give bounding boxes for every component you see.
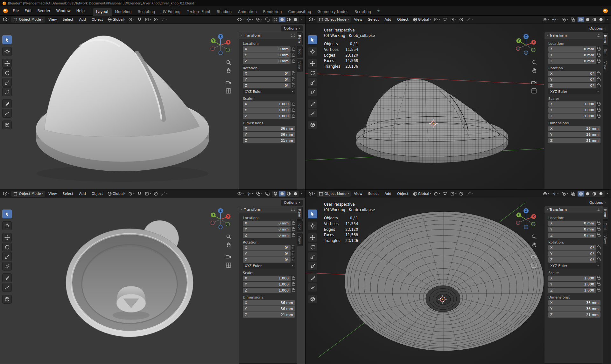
camera-view-button[interactable]	[226, 80, 231, 86]
pivot-point-dropdown[interactable]: ▾	[432, 17, 441, 23]
lock-icon[interactable]	[598, 60, 600, 63]
snapping-dropdown[interactable]: ▾	[449, 17, 458, 23]
shading-dropdown[interactable]: ▾	[606, 18, 609, 21]
rotation-mode-dropdown[interactable]: XYZ Euler▾	[243, 263, 295, 269]
menubar-menu[interactable]: Render	[35, 8, 53, 14]
transform-tool[interactable]	[2, 87, 12, 96]
object-menu[interactable]: Object	[89, 191, 106, 196]
lock-icon[interactable]	[598, 222, 600, 225]
lock-icon[interactable]	[598, 109, 600, 112]
add-cube-tool[interactable]	[2, 120, 12, 129]
menubar-menu[interactable]: File	[10, 8, 22, 14]
scale-tool[interactable]	[308, 78, 317, 87]
view-menu[interactable]: View	[351, 191, 365, 196]
viewport-canvas[interactable]: Z Y X	[0, 24, 239, 189]
pan-button[interactable]	[531, 242, 537, 248]
lock-icon[interactable]	[292, 283, 295, 286]
workspace-tab[interactable]: Layout	[93, 8, 112, 16]
shading-rendered-button[interactable]	[598, 191, 604, 196]
options-button[interactable]: Options▾	[281, 200, 303, 206]
object-visibility-dropdown[interactable]: ▾	[236, 191, 245, 197]
lock-icon[interactable]	[292, 259, 295, 261]
view-menu[interactable]: View	[351, 17, 365, 22]
sidebar-tab-tool[interactable]: Tool	[297, 46, 303, 58]
lock-icon[interactable]	[292, 247, 295, 249]
blender-menu-icon[interactable]	[3, 9, 8, 13]
sidebar-tab-view[interactable]: View	[297, 233, 303, 246]
location-z-field[interactable]: Z0 mm	[243, 233, 291, 238]
menubar-menu[interactable]: Edit	[22, 8, 34, 14]
workspace-tab[interactable]: Modeling	[112, 8, 135, 16]
proportional-falloff-dropdown[interactable]: ▾	[160, 17, 168, 23]
object-visibility-dropdown[interactable]: ▾	[542, 191, 550, 197]
tweak-select-tool[interactable]	[308, 209, 317, 218]
select-menu[interactable]: Select	[365, 17, 381, 22]
rotate-tool[interactable]	[2, 243, 12, 251]
toggle-perspective-button[interactable]	[226, 262, 231, 268]
snapping-dropdown[interactable]: ▾	[144, 191, 152, 197]
workspace-tab[interactable]: Rendering	[260, 8, 285, 16]
select-menu[interactable]: Select	[365, 191, 381, 196]
rotation-y-field[interactable]: Y0°	[243, 251, 291, 257]
editor-type-dropdown[interactable]: ▾	[307, 191, 316, 197]
rotation-z-field[interactable]: Z0°	[243, 83, 291, 88]
workspace-tab[interactable]: UV Editing	[158, 8, 184, 16]
lock-icon[interactable]	[292, 289, 295, 292]
snapping-dropdown[interactable]: ▾	[144, 17, 152, 23]
rotation-z-field[interactable]: Z0°	[548, 257, 596, 263]
proportional-falloff-dropdown[interactable]: ▾	[465, 17, 474, 23]
lock-icon[interactable]	[598, 228, 600, 231]
move-tool[interactable]	[2, 233, 12, 242]
rotate-tool[interactable]	[308, 68, 317, 77]
rotation-z-field[interactable]: Z0°	[548, 83, 596, 88]
pan-button[interactable]	[531, 68, 537, 73]
scale-x-field[interactable]: X1.000	[243, 276, 291, 281]
lock-icon[interactable]	[598, 85, 600, 87]
lock-icon[interactable]	[598, 72, 600, 75]
location-z-field[interactable]: Z0 mm	[548, 58, 596, 64]
navigation-gizmo[interactable]: Z Y X	[209, 33, 232, 56]
rotation-y-field[interactable]: Y0°	[548, 251, 596, 257]
transform-orientation-dropdown[interactable]: Global ▾	[106, 17, 127, 23]
lock-icon[interactable]	[292, 228, 295, 231]
transform-panel-header[interactable]: ▾ Transform	[239, 206, 297, 213]
workspace-tab[interactable]: Shading	[214, 8, 235, 16]
pivot-point-dropdown[interactable]: ▾	[127, 17, 136, 23]
proportional-editing-toggle[interactable]	[458, 191, 465, 197]
lock-icon[interactable]	[292, 85, 295, 87]
show-gizmos-dropdown[interactable]: ▾	[245, 17, 254, 23]
transform-tool[interactable]	[308, 87, 317, 96]
rotation-x-field[interactable]: X0°	[548, 245, 596, 251]
camera-view-button[interactable]	[226, 254, 231, 260]
scale-y-field[interactable]: Y1.000	[243, 282, 291, 287]
scale-tool[interactable]	[2, 78, 12, 87]
navigation-gizmo[interactable]: Z Y X	[209, 207, 232, 230]
dimensions-x-field[interactable]: X36 mm	[548, 126, 600, 131]
shading-wireframe-button[interactable]	[272, 191, 279, 196]
workspace-tab[interactable]: Compositing	[285, 8, 314, 16]
snap-toggle[interactable]	[136, 17, 143, 23]
lock-icon[interactable]	[292, 234, 295, 237]
rotation-mode-dropdown[interactable]: XYZ Euler▾	[243, 89, 295, 94]
dimensions-y-field[interactable]: Y36 mm	[243, 306, 295, 312]
camera-view-button[interactable]	[531, 254, 537, 260]
toggle-perspective-button[interactable]	[531, 88, 537, 94]
location-y-field[interactable]: Y0 mm	[243, 52, 291, 58]
scale-y-field[interactable]: Y1.000	[548, 282, 596, 287]
measure-tool[interactable]	[2, 109, 12, 118]
dimensions-y-field[interactable]: Y36 mm	[548, 306, 600, 312]
select-menu[interactable]: Select	[60, 17, 76, 22]
pan-button[interactable]	[226, 68, 231, 73]
proportional-editing-toggle[interactable]	[458, 17, 465, 23]
lock-icon[interactable]	[598, 115, 600, 118]
location-y-field[interactable]: Y0 mm	[243, 227, 291, 232]
toggle-perspective-button[interactable]	[226, 88, 231, 94]
sidebar-tab-tool[interactable]: Tool	[297, 220, 303, 232]
rotation-mode-dropdown[interactable]: XYZ Euler▾	[548, 263, 600, 269]
sidebar-tab-item[interactable]: Item	[603, 207, 608, 220]
viewport-canvas[interactable]: Z Y X	[0, 198, 239, 364]
transform-orientation-dropdown[interactable]: Global ▾	[412, 17, 432, 23]
scale-x-field[interactable]: X1.000	[548, 276, 596, 281]
shading-dropdown[interactable]: ▾	[300, 192, 303, 196]
dimensions-z-field[interactable]: Z21 mm	[548, 138, 600, 143]
